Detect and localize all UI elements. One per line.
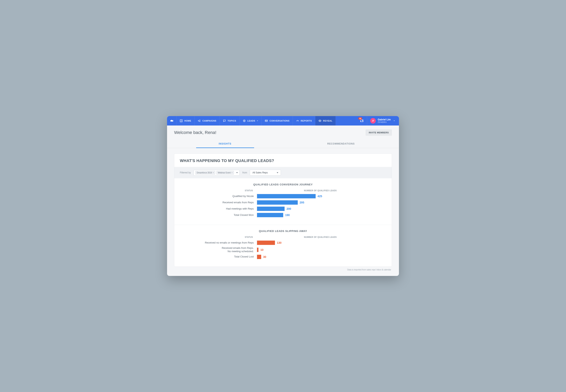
chart-bar bbox=[257, 248, 259, 252]
leads-card: WHAT'S HAPPENING TO MY QUALIFIED LEADS? … bbox=[174, 154, 392, 267]
chart-bar-area: 425 bbox=[257, 194, 384, 199]
chart-header-status: STATUS bbox=[182, 236, 257, 238]
nav-conversations[interactable]: CONVERSATIONS bbox=[261, 116, 293, 126]
chip-remove-icon[interactable]: × bbox=[232, 172, 233, 174]
avatar: JT bbox=[370, 118, 376, 124]
footnote: Data is imported from sales reps' inbox … bbox=[174, 267, 392, 274]
chart-bar-area: 130 bbox=[257, 240, 384, 245]
eye-icon bbox=[318, 119, 321, 122]
nav-label: LEADS bbox=[247, 120, 255, 122]
app-logo[interactable] bbox=[167, 116, 176, 126]
chart-row: Qualified by Nicole425 bbox=[182, 194, 384, 199]
chart-bar bbox=[257, 200, 298, 205]
chart-value: 425 bbox=[318, 195, 322, 198]
chart-row: Total Closed Won190 bbox=[182, 212, 384, 218]
content: WHAT'S HAPPENING TO MY QUALIFIED LEADS? … bbox=[167, 148, 399, 276]
chart-header-status: STATUS bbox=[182, 190, 257, 192]
chart-value: 130 bbox=[277, 241, 281, 244]
chart-bar-area: 190 bbox=[257, 212, 384, 218]
invite-members-button[interactable]: INVITE MEMBERS bbox=[365, 129, 392, 136]
chart-row-label: Total Closed Won bbox=[182, 213, 257, 217]
card-title: WHAT'S HAPPENING TO MY QUALIFIED LEADS? bbox=[174, 154, 392, 167]
chart-bar bbox=[257, 194, 316, 198]
sales-reps-select[interactable]: All Sales Reps bbox=[250, 170, 281, 176]
chart-section: QUALIFIED LEADS CONVERSION JOURNEYSTATUS… bbox=[174, 178, 392, 225]
welcome-text: Welcome back, Rena! bbox=[174, 130, 216, 135]
chart-title: QUALIFIED LEADS CONVERSION JOURNEY bbox=[182, 183, 384, 186]
nav-label: CAMPAIGNS bbox=[203, 120, 216, 122]
chart-bar bbox=[257, 207, 285, 211]
filter-chips-dropdown[interactable]: Dreamforce 2019 × Webinar Event × bbox=[194, 170, 240, 176]
notification-badge: 20 bbox=[358, 117, 362, 120]
filter-chip: Dreamforce 2019 × bbox=[195, 171, 215, 175]
chart-bar bbox=[257, 255, 261, 259]
mail-icon bbox=[265, 119, 268, 122]
subtabs: INSIGHTS RECOMMENDATIONS bbox=[167, 140, 399, 148]
chart-bar-area: 200 bbox=[257, 206, 384, 211]
chart-row-label: Received emails from Reps.No meeting sch… bbox=[182, 246, 257, 253]
filter-label: Filtered by bbox=[180, 171, 191, 174]
chart-value: 10 bbox=[261, 248, 263, 251]
nav-label: REPORTS bbox=[301, 120, 312, 122]
chart-row: Received emails from Reps295 bbox=[182, 200, 384, 205]
chevron-down-icon bbox=[277, 172, 278, 173]
chart-value: 200 bbox=[287, 207, 291, 210]
nav-label: REVEAL bbox=[323, 120, 333, 122]
chart-row-label: Qualified by Nicole bbox=[182, 195, 257, 198]
gauge-icon bbox=[296, 119, 299, 122]
nav-leads[interactable]: LEADS bbox=[240, 116, 262, 126]
chart-section: QUALIFIED LEADS SLIPPING AWAYSTATUSNUMBE… bbox=[174, 225, 392, 266]
chart-bar-area: 295 bbox=[257, 200, 384, 205]
chart-row-label: Had meetings with Reps bbox=[182, 207, 257, 210]
chip-label: Webinar Event bbox=[218, 172, 231, 174]
tab-recommendations[interactable]: RECOMMENDATIONS bbox=[283, 140, 399, 148]
chart-row: Received no emails or meetings from Reps… bbox=[182, 240, 384, 245]
chart-header-count: NUMBER OF QUALIFIED LEADS bbox=[257, 236, 384, 238]
user-org: Zenalytics bbox=[378, 121, 391, 123]
nav-reveal[interactable]: REVEAL bbox=[315, 116, 336, 126]
user-text: Gabriel Lim Zenalytics bbox=[378, 118, 391, 123]
select-value: All Sales Reps bbox=[252, 171, 268, 174]
chart-headers: STATUSNUMBER OF QUALIFIED LEADS bbox=[182, 190, 384, 192]
chart-bar bbox=[257, 241, 275, 245]
chip-label: Dreamforce 2019 bbox=[197, 172, 212, 174]
chart-title: QUALIFIED LEADS SLIPPING AWAY bbox=[182, 230, 384, 233]
chart-bar-area: 10 bbox=[257, 247, 384, 252]
chart-value: 190 bbox=[285, 213, 290, 217]
chart-icon bbox=[180, 119, 183, 122]
svg-point-4 bbox=[319, 120, 320, 121]
chart-row-label: Received no emails or meetings from Reps bbox=[182, 241, 257, 245]
chart-row: Had meetings with Reps200 bbox=[182, 206, 384, 211]
top-nav: HOME CAMPAIGNS TOPICS LEADS CONVERSATION… bbox=[167, 116, 399, 126]
chat-icon bbox=[223, 119, 226, 122]
chart-row: Total Closed Lost30 bbox=[182, 254, 384, 259]
chart-headers: STATUSNUMBER OF QUALIFIED LEADS bbox=[182, 236, 384, 238]
nav-topics[interactable]: TOPICS bbox=[220, 116, 240, 126]
chart-header-count: NUMBER OF QUALIFIED LEADS bbox=[257, 190, 384, 192]
nav-campaigns[interactable]: CAMPAIGNS bbox=[195, 116, 220, 126]
chart-row: Received emails from Reps.No meeting sch… bbox=[182, 246, 384, 253]
chart-value: 30 bbox=[263, 255, 266, 258]
megaphone-icon bbox=[198, 119, 201, 122]
svg-point-2 bbox=[244, 120, 245, 121]
chart-bar bbox=[257, 213, 283, 217]
chevron-down-icon bbox=[257, 120, 258, 122]
spacer bbox=[336, 116, 357, 126]
chevron-down-icon bbox=[236, 172, 238, 173]
notifications-button[interactable]: 20 bbox=[357, 116, 367, 126]
chart-row-label: Received emails from Reps bbox=[182, 201, 257, 204]
nav-home[interactable]: HOME bbox=[176, 116, 195, 126]
nav-items: HOME CAMPAIGNS TOPICS LEADS CONVERSATION… bbox=[176, 116, 336, 126]
user-menu[interactable]: JT Gabriel Lim Zenalytics bbox=[367, 116, 399, 126]
tab-insights[interactable]: INSIGHTS bbox=[167, 140, 283, 148]
app-window: HOME CAMPAIGNS TOPICS LEADS CONVERSATION… bbox=[167, 116, 399, 276]
chevron-down-icon bbox=[393, 120, 395, 122]
filter-bar: Filtered by Dreamforce 2019 × Webinar Ev… bbox=[174, 167, 392, 178]
nav-label: CONVERSATIONS bbox=[269, 120, 290, 122]
chip-remove-icon[interactable]: × bbox=[213, 172, 214, 174]
nav-reports[interactable]: REPORTS bbox=[293, 116, 315, 126]
svg-point-1 bbox=[243, 120, 245, 122]
whale-icon bbox=[170, 119, 174, 123]
nav-label: TOPICS bbox=[228, 120, 236, 122]
filter-chip: Webinar Event × bbox=[216, 171, 234, 175]
